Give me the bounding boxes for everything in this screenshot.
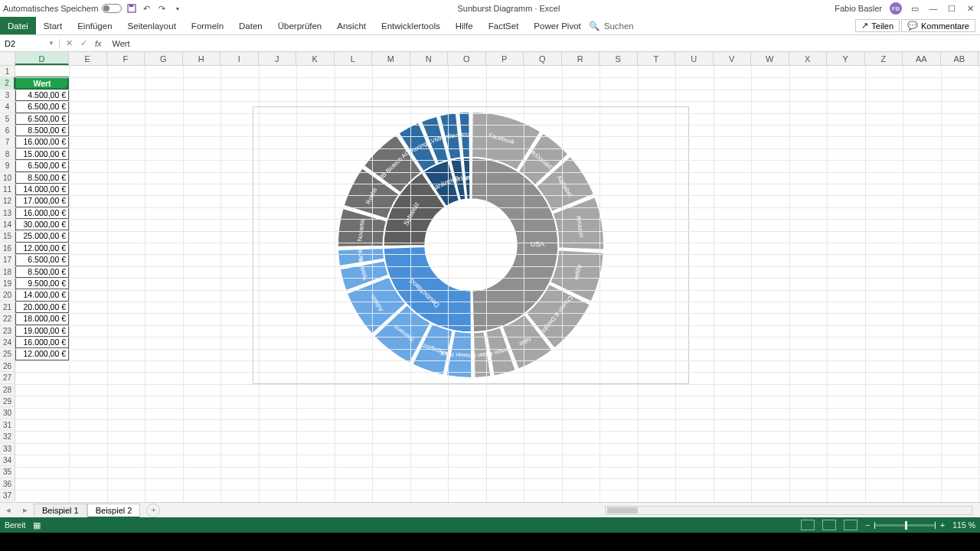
share-button[interactable]: ↗Teilen [855,19,900,32]
save-icon[interactable] [126,3,137,14]
table-cell[interactable]: 6.500,00 € [15,101,69,112]
column-header[interactable]: Y [827,52,865,65]
table-cell[interactable]: 15.000,00 € [15,148,69,160]
zoom-level[interactable]: 115 % [952,520,975,530]
formula-bar[interactable]: Wert [108,39,980,48]
row-header[interactable]: 22 [0,313,15,324]
table-cell[interactable]: 17.000,00 € [15,195,69,207]
ribbon-tab-ansicht[interactable]: Ansicht [329,17,374,34]
table-cell[interactable]: 6.500,00 € [15,113,69,125]
zoom-slider[interactable]: − + [865,520,945,530]
view-normal-icon[interactable] [801,520,815,530]
zoom-in-icon[interactable]: + [940,520,945,530]
redo-icon[interactable]: ↷ [157,3,168,14]
row-header[interactable]: 30 [0,407,15,419]
row-header[interactable]: 23 [0,325,15,337]
column-header[interactable]: J [259,52,297,65]
autosave-toggle[interactable]: Automatisches Speichern [3,4,122,13]
undo-icon[interactable]: ↶ [142,3,152,14]
column-header[interactable]: Z [865,52,903,65]
row-header[interactable]: 31 [0,419,15,431]
row-header[interactable]: 26 [0,360,15,372]
name-box[interactable]: D2 ▼ [0,39,60,48]
row-header[interactable]: 19 [0,278,15,289]
row-header[interactable]: 6 [0,125,15,136]
table-cell[interactable]: 8.500,00 € [15,172,69,184]
table-cell[interactable]: 18.000,00 € [15,313,69,324]
table-cell[interactable]: 16.000,00 € [15,337,69,348]
qat-more-icon[interactable]: ▾ [172,3,183,14]
row-header[interactable]: 7 [0,136,15,148]
row-header[interactable]: 9 [0,160,15,171]
select-all-corner[interactable] [0,52,15,65]
sheet-tab[interactable]: Beispiel 2 [87,504,141,518]
maximize-icon[interactable]: ☐ [946,3,957,14]
column-header[interactable]: AA [903,52,941,65]
row-header[interactable]: 18 [0,266,15,278]
horizontal-scrollbar[interactable] [160,506,980,515]
column-header[interactable]: W [751,52,789,65]
ribbon-tab-datei[interactable]: Datei [0,17,36,34]
comments-button[interactable]: 💬Kommentare [901,19,975,32]
column-header[interactable]: Q [524,52,562,65]
table-cell[interactable]: 12.000,00 € [15,243,69,254]
row-header[interactable]: 1 [0,66,15,77]
row-header[interactable]: 28 [0,384,15,396]
cancel-formula-icon[interactable]: ✕ [66,38,73,48]
ribbon-tab-seitenlayout[interactable]: Seitenlayout [120,17,184,34]
row-header[interactable]: 3 [0,90,15,101]
row-header[interactable]: 25 [0,348,15,360]
ribbon-tab-einfügen[interactable]: Einfügen [70,17,119,34]
view-pagelayout-icon[interactable] [822,520,836,530]
table-cell[interactable]: 14.000,00 € [15,289,69,301]
row-header[interactable]: 2 [0,77,15,89]
ribbon-tab-hilfe[interactable]: Hilfe [448,17,481,34]
column-header[interactable]: K [296,52,335,65]
row-header[interactable]: 8 [0,148,15,160]
accept-formula-icon[interactable]: ✓ [80,38,87,48]
table-cell[interactable]: 9.500,00 € [15,278,69,289]
column-header[interactable]: I [220,52,259,65]
ribbon-tab-formeln[interactable]: Formeln [184,17,231,34]
column-header[interactable]: X [789,52,828,65]
table-cell[interactable]: 6.500,00 € [15,254,69,266]
column-header[interactable]: S [599,52,638,65]
row-header[interactable]: 35 [0,466,15,478]
table-cell[interactable]: 8.500,00 € [15,125,69,136]
row-header[interactable]: 15 [0,230,15,242]
row-header[interactable]: 5 [0,113,15,125]
table-cell[interactable]: 19.000,00 € [15,325,69,337]
ribbon-options-icon[interactable]: ▭ [910,3,920,14]
table-cell[interactable]: 16.000,00 € [15,136,69,148]
add-sheet-button[interactable]: + [146,504,160,517]
column-header[interactable]: G [145,52,183,65]
column-header[interactable]: V [714,52,752,65]
column-header[interactable]: AB [941,52,979,65]
table-cell[interactable]: 12.000,00 € [15,348,69,360]
ribbon-tab-start[interactable]: Start [36,17,70,34]
table-cell[interactable]: 8.500,00 € [15,266,69,278]
row-header[interactable]: 33 [0,443,15,455]
column-header[interactable]: E [69,52,107,65]
column-header[interactable]: N [410,52,449,65]
close-icon[interactable]: ✕ [965,3,975,14]
column-header[interactable]: F [107,52,145,65]
worksheet-grid[interactable]: DEFGHIJKLMNOPQRSTUVWXYZAAAB 123456789101… [0,52,980,502]
row-header[interactable]: 37 [0,490,15,501]
column-header[interactable]: L [335,52,373,65]
row-header[interactable]: 20 [0,289,15,301]
row-header[interactable]: 17 [0,254,15,266]
user-name[interactable]: Fabio Basler [835,4,882,13]
table-cell[interactable]: 30.000,00 € [15,219,69,230]
sheet-tab[interactable]: Beispiel 1 [34,504,87,518]
view-pagebreak-icon[interactable] [844,520,858,530]
row-header[interactable]: 24 [0,337,15,348]
table-header-cell[interactable]: Wert [15,77,69,89]
sheet-nav-next-icon[interactable]: ▸ [17,505,34,515]
fx-icon[interactable]: fx [95,39,102,48]
minimize-icon[interactable]: — [928,3,939,14]
row-header[interactable]: 29 [0,396,15,407]
ribbon-tab-entwicklertools[interactable]: Entwicklertools [374,17,448,34]
row-header[interactable]: 36 [0,478,15,490]
table-cell[interactable]: 6.500,00 € [15,160,69,171]
